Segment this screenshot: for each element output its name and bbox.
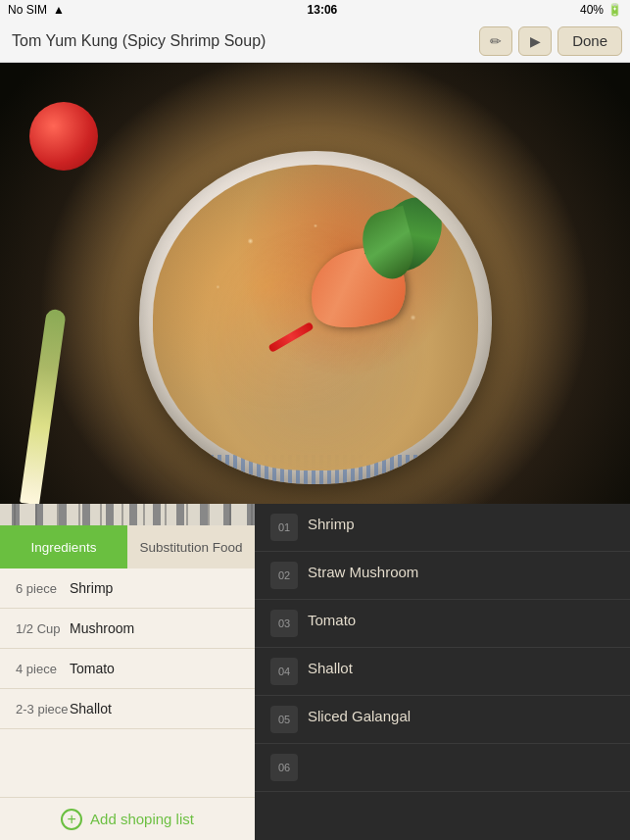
notebook-panel: Ingredients Substitution Food 6 piece Sh… (0, 504, 255, 840)
nav-controls: ✏ ▶ Done (479, 26, 622, 56)
ingredient-name-3: Tomato (70, 661, 115, 676)
sub-content-6 (308, 754, 614, 756)
substitution-item-1: 01 Shrimp (255, 504, 630, 552)
tab-substitution[interactable]: Substitution Food (127, 525, 255, 568)
done-label: Done (572, 32, 607, 49)
nav-bar: Tom Yum Kung (Spicy Shrimp Soup) ✏ ▶ Don… (0, 20, 630, 63)
substitution-item-4: 04 Shallot (255, 648, 630, 696)
ingredient-qty-1: 6 piece (16, 581, 70, 596)
sub-content-4: Shallot (308, 658, 614, 676)
bottom-area: Ingredients Substitution Food 6 piece Sh… (0, 504, 630, 840)
pencil-button[interactable]: ✏ (479, 26, 512, 56)
battery-pct: 40% (580, 3, 604, 17)
soup-bowl-inner (153, 165, 478, 470)
play-icon: ▶ (530, 33, 541, 49)
done-button[interactable]: Done (557, 26, 622, 56)
list-item: 2-3 piece Shallot (0, 689, 255, 729)
status-left: No SIM ▲ (8, 3, 65, 17)
page-title: Tom Yum Kung (Spicy Shrimp Soup) (8, 32, 479, 50)
substitution-panel: 01 Shrimp 02 Straw Mushroom 03 Tomato 04… (255, 504, 630, 840)
ingredient-qty-3: 4 piece (16, 662, 70, 676)
sub-name-4: Shallot (308, 660, 614, 676)
add-circle-icon: + (61, 809, 82, 830)
sub-num-1: 01 (270, 514, 298, 541)
play-button[interactable]: ▶ (518, 26, 552, 56)
sub-num-5: 05 (270, 706, 298, 733)
ingredient-qty-2: 1/2 Cup (16, 621, 70, 636)
carrier-label: No SIM (8, 3, 47, 17)
tabs-row: Ingredients Substitution Food (0, 525, 255, 568)
wifi-icon: ▲ (53, 3, 65, 17)
sub-name-3: Tomato (308, 612, 614, 628)
status-bar: No SIM ▲ 13:06 40% 🔋 (0, 0, 630, 20)
status-time: 13:06 (308, 3, 338, 17)
tab-ingredients[interactable]: Ingredients (0, 525, 127, 568)
sub-content-5: Sliced Galangal (308, 706, 614, 724)
sub-content-2: Straw Mushroom (308, 562, 614, 580)
add-shopping-button[interactable]: + Add shoping list (0, 797, 255, 840)
battery-icon: 🔋 (607, 3, 622, 17)
list-item: 1/2 Cup Mushroom (0, 609, 255, 649)
substitution-item-3: 03 Tomato (255, 600, 630, 648)
substitution-item-5: 05 Sliced Galangal (255, 696, 630, 744)
sub-num-4: 04 (270, 658, 298, 685)
spiral-binding (0, 504, 255, 525)
food-image (0, 63, 630, 504)
sub-num-3: 03 (270, 610, 298, 637)
sub-name-2: Straw Mushroom (308, 564, 614, 580)
ingredient-name-4: Shallot (70, 701, 112, 716)
sub-content-1: Shrimp (308, 514, 614, 532)
substitution-item-2: 02 Straw Mushroom (255, 552, 630, 600)
ingredient-qty-4: 2-3 piece (16, 702, 70, 716)
add-shopping-label: Add shoping list (90, 811, 194, 827)
sub-name-1: Shrimp (308, 516, 614, 532)
bowl (139, 151, 492, 484)
sub-num-6: 06 (270, 754, 298, 781)
list-item: 4 piece Tomato (0, 649, 255, 689)
tomato-decoration (29, 102, 98, 171)
pencil-icon: ✏ (490, 33, 502, 49)
list-item: 6 piece Shrimp (0, 568, 255, 609)
substitution-item-6: 06 (255, 744, 630, 792)
sub-name-5: Sliced Galangal (308, 708, 614, 724)
ingredient-name-2: Mushroom (70, 620, 134, 636)
sub-num-2: 02 (270, 562, 298, 589)
sub-content-3: Tomato (308, 610, 614, 628)
ingredient-name-1: Shrimp (70, 580, 113, 596)
status-right: 40% 🔋 (580, 3, 622, 17)
